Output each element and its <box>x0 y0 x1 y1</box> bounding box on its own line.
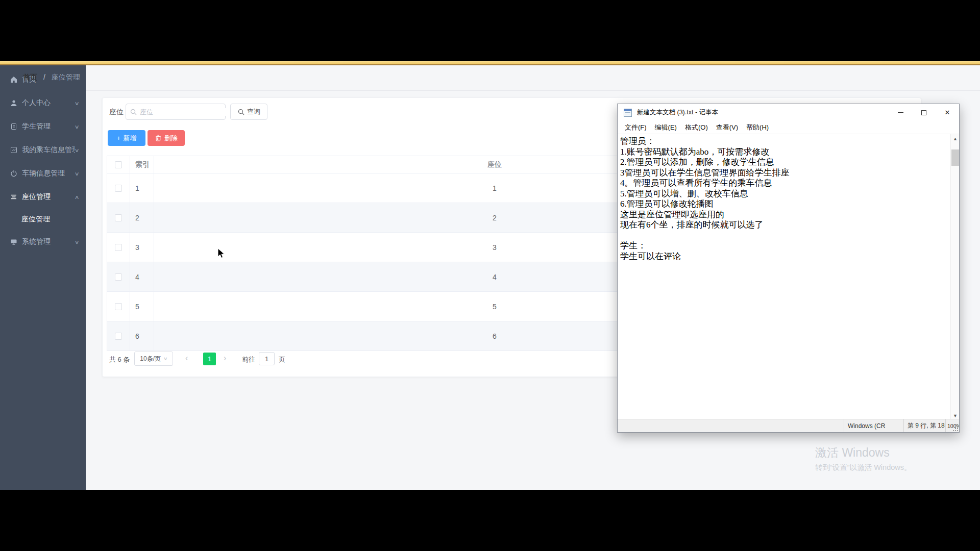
select-all-checkbox[interactable] <box>115 161 122 168</box>
chevron-up-icon: ∧ <box>74 194 79 200</box>
maximize-button[interactable] <box>912 104 936 121</box>
bottom-black-bar <box>0 490 980 551</box>
menu-file[interactable]: 文件(F) <box>621 123 651 132</box>
sidebar-item-seats[interactable]: 座位管理 ∧ <box>0 185 86 209</box>
delete-button[interactable]: 删除 <box>148 130 185 146</box>
minimize-icon <box>898 112 903 113</box>
query-button[interactable]: 查询 <box>230 104 267 120</box>
menu-format[interactable]: 格式(O) <box>681 123 712 132</box>
scrollbar-thumb[interactable] <box>951 149 959 166</box>
notepad-scrollbar[interactable]: ▲ ▼ <box>950 134 959 420</box>
breadcrumb-strip <box>86 65 980 91</box>
home-icon <box>10 76 17 83</box>
top-black-bar <box>0 0 980 61</box>
accent-line <box>0 61 980 65</box>
row-checkbox[interactable] <box>115 185 122 192</box>
plus-icon: + <box>117 134 121 142</box>
sidebar-item-my-rides[interactable]: 我的乘车信息管理 ∨ <box>0 138 86 162</box>
screen: 首页 个人中心 ∨ 学生管理 ∨ 我的乘车信息管理 <box>0 0 980 551</box>
search-input[interactable] <box>140 108 230 116</box>
windows-activation-watermark: 激活 Windows 转到“设置”以激活 Windows。 <box>815 445 912 472</box>
watermark-title: 激活 Windows <box>815 445 912 461</box>
status-cursor-position: 第 9 行, 第 18 <box>903 419 945 432</box>
power-icon <box>10 170 17 177</box>
row-checkbox[interactable] <box>115 273 122 281</box>
chevron-down-icon: ∨ <box>74 101 79 106</box>
status-encoding: Windows (CR <box>844 419 903 432</box>
row-checkbox[interactable] <box>115 333 122 340</box>
seat-search-field[interactable] <box>126 104 226 120</box>
watermark-subtitle: 转到“设置”以激活 Windows。 <box>815 463 912 472</box>
column-header-index: 索引 <box>130 156 154 173</box>
goto-unit: 页 <box>279 355 285 364</box>
chart-icon <box>10 146 17 154</box>
sidebar-item-vehicles[interactable]: 车辆信息管理 ∨ <box>0 162 86 185</box>
notepad-window-title: 新建文本文档 (3).txt - 记事本 <box>637 108 718 117</box>
sidebar: 首页 个人中心 ∨ 学生管理 ∨ 我的乘车信息管理 <box>0 65 86 490</box>
monitor-icon <box>10 238 17 245</box>
notepad-text-area[interactable]: 管理员： 1.账号密码默认都为abo，可按需求修改 2.管理员可以添加，删除，修… <box>618 134 950 420</box>
filter-label: 座位 <box>109 108 124 117</box>
maximize-icon <box>921 110 926 115</box>
notepad-titlebar[interactable]: 新建文本文档 (3).txt - 记事本 ✕ <box>618 104 959 121</box>
trash-icon <box>155 135 162 142</box>
menu-edit[interactable]: 编辑(E) <box>651 123 681 132</box>
menu-help[interactable]: 帮助(H) <box>742 123 773 132</box>
search-icon <box>237 108 244 115</box>
resize-grip[interactable] <box>957 430 958 431</box>
close-button[interactable]: ✕ <box>936 104 959 121</box>
notepad-menubar: 文件(F) 编辑(E) 格式(O) 查看(V) 帮助(H) <box>618 121 959 134</box>
scroll-up-icon[interactable]: ▲ <box>951 134 960 143</box>
goto-label: 前往 <box>242 355 255 364</box>
breadcrumb-current: 座位管理 <box>52 73 80 81</box>
close-icon: ✕ <box>945 109 950 116</box>
chevron-down-icon: ∨ <box>74 124 79 130</box>
add-button[interactable]: + 新增 <box>108 130 145 146</box>
chevron-down-icon: ∨ <box>74 147 79 153</box>
breadcrumb-separator: / <box>43 73 45 81</box>
chevron-down-icon: ∨ <box>74 171 79 177</box>
notepad-window: 新建文本文档 (3).txt - 记事本 ✕ 文件(F) 编辑(E) 格式(O)… <box>617 104 960 433</box>
user-icon <box>10 99 17 107</box>
search-icon <box>130 108 137 115</box>
page-size-select[interactable]: 10条/页 ∨ <box>134 352 173 366</box>
list-icon <box>10 193 17 201</box>
document-icon <box>10 123 17 130</box>
sidebar-subitem-seat-management[interactable]: 座位管理 <box>0 209 86 230</box>
pagination-total: 共 6 条 <box>109 355 130 364</box>
row-checkbox[interactable] <box>115 303 122 310</box>
breadcrumb-home[interactable]: 首页 <box>23 73 37 81</box>
menu-view[interactable]: 查看(V) <box>712 123 742 132</box>
chevron-down-icon: ∨ <box>163 356 168 361</box>
breadcrumb: 首页 / 座位管理 <box>23 73 80 82</box>
row-checkbox[interactable] <box>115 214 122 221</box>
prev-page-button[interactable]: ‹ <box>185 354 188 363</box>
next-page-button[interactable]: › <box>224 354 226 363</box>
minimize-button[interactable] <box>889 104 912 121</box>
goto-page-input[interactable] <box>259 352 275 365</box>
sidebar-item-profile[interactable]: 个人中心 ∨ <box>0 91 86 115</box>
notepad-app-icon <box>624 109 632 117</box>
page-number-button[interactable]: 1 <box>203 353 216 365</box>
chevron-down-icon: ∨ <box>74 239 79 245</box>
row-checkbox[interactable] <box>115 244 122 251</box>
sidebar-item-students[interactable]: 学生管理 ∨ <box>0 115 86 138</box>
sidebar-item-system[interactable]: 系统管理 ∨ <box>0 230 86 254</box>
notepad-statusbar: Windows (CR 第 9 行, 第 18 100% <box>618 419 959 432</box>
